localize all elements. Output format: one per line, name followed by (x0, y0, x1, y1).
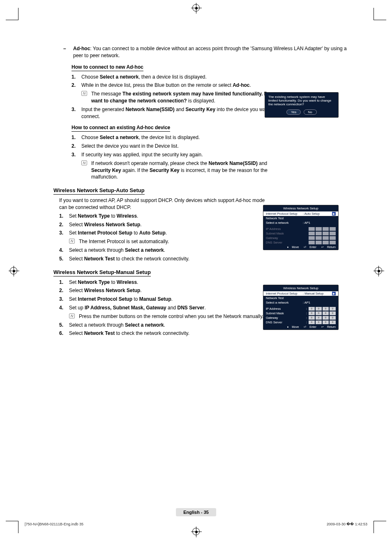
exist-adhoc-heading: How to connect an existing Ad-hoc device (71, 125, 170, 132)
auto-setup-heading: Wireless Network Setup-Auto Setup (53, 187, 145, 195)
yes-button[interactable]: Yes (286, 109, 301, 115)
doc-footer: [750-NA]BN68-02111B-Eng.indb 35 2009-03-… (25, 522, 367, 526)
page-number: English - 35 (176, 508, 216, 516)
tv-row-dns[interactable]: DNS Server:0000 (263, 320, 338, 325)
list-item: 3.Set Internet Protocol Setup to Auto Se… (59, 230, 269, 245)
list-item: 1.Set Network Type to Wireless. (59, 213, 269, 220)
tv-row-ntest[interactable]: Network Test (263, 296, 338, 300)
tv-row-ips[interactable]: Internet Protocol Setup: Auto Setup▶ (263, 211, 338, 216)
return-icon: ↩ (321, 325, 324, 328)
tv-row-dns: DNS Server (263, 240, 338, 245)
note-icon (81, 160, 87, 165)
tv-row-subnet[interactable]: Subnet Mask:0000 (263, 311, 338, 316)
tv-row-ntest[interactable]: Network Test (263, 216, 338, 221)
adhoc-intro: Ad-hoc: You can connect to a mobile devi… (63, 45, 351, 59)
list-item: 2.Select Wireless Network Setup. (59, 221, 269, 228)
auto-setup-lead: If you want to connect AP, AP should sup… (59, 197, 269, 211)
tv-footer: ♦ Move⏎ Enter↩ Return (263, 325, 338, 330)
tv-row-selnet[interactable]: Select a network: AP1 (263, 300, 338, 305)
note-item: The Internet Protocol is set automatical… (69, 238, 269, 245)
diamond-icon: ♦ (287, 325, 289, 328)
diamond-icon: ♦ (287, 246, 289, 248)
manual-setup-heading: Wireless Network Setup-Manual Setup (53, 269, 151, 276)
no-button[interactable]: No (304, 109, 317, 115)
tv-wireless-setup-auto: Wireless Network Setup Internet Protocol… (263, 205, 339, 250)
new-adhoc-heading: How to connect to new Ad-hoc (71, 64, 143, 71)
tv-row-gateway: Gateway (263, 236, 338, 240)
tv-row-ipaddr: IP Address (263, 227, 338, 231)
chevron-right-icon: ▶ (332, 292, 336, 295)
chevron-right-icon: ▶ (332, 212, 336, 216)
tv-row-subnet: Subnet Mask (263, 231, 338, 236)
adhoc-desc: : You can connect to a mobile device wit… (73, 46, 347, 58)
note-icon (81, 91, 87, 96)
return-icon: ↩ (321, 246, 324, 248)
tv-dialog-change-connection: The existing network system may have lim… (265, 92, 339, 118)
list-item: 3.If security key was applied, input the… (71, 151, 281, 181)
list-item: 4.Select a network through Select a netw… (59, 247, 269, 254)
tv-title: Wireless Network Setup (263, 285, 338, 291)
tv-footer: ♦ Move⏎ Enter↩ Return (263, 245, 338, 250)
note-item: The message The existing network system … (81, 91, 281, 104)
doc-file: [750-NA]BN68-02111B-Eng.indb 35 (25, 522, 83, 526)
list-item: 2.While in the device list, press the Bl… (71, 82, 281, 104)
list-item: 1.Choose Select a network, then a device… (71, 74, 281, 81)
tv-row-gateway[interactable]: Gateway:0000 (263, 316, 338, 320)
list-item: 1.Choose Select a network, the device li… (71, 134, 281, 141)
tv-wireless-setup-manual: Wireless Network Setup Internet Protocol… (263, 285, 339, 330)
note-icon (69, 239, 75, 244)
list-item: 5.Select Network Test to check the netwo… (59, 255, 269, 262)
list-item: 3.Input the generated Network Name(SSID)… (71, 106, 281, 120)
list-item: 6.Select Network Test to check the netwo… (59, 330, 347, 337)
enter-icon: ⏎ (304, 325, 306, 328)
enter-icon: ⏎ (304, 246, 306, 248)
adhoc-label: Ad-hoc (73, 46, 90, 51)
note-icon (69, 313, 75, 318)
tv-row-ipaddr[interactable]: IP Address:0000 (263, 306, 338, 311)
tv-row-selnet[interactable]: Select a network: AP1 (263, 221, 338, 225)
tv-row-ips[interactable]: Internet Protocol Setup: Manual Setup▶ (263, 291, 338, 296)
list-item: 2.Select the device you want in the Devi… (71, 143, 281, 150)
doc-timestamp: 2009-03-30 �� 1:42:53 (327, 522, 367, 526)
dialog-message: The existing network system may have lim… (268, 95, 335, 106)
tv-title: Wireless Network Setup (263, 205, 338, 211)
note-item: If network doesn't operate normally, ple… (81, 160, 281, 181)
